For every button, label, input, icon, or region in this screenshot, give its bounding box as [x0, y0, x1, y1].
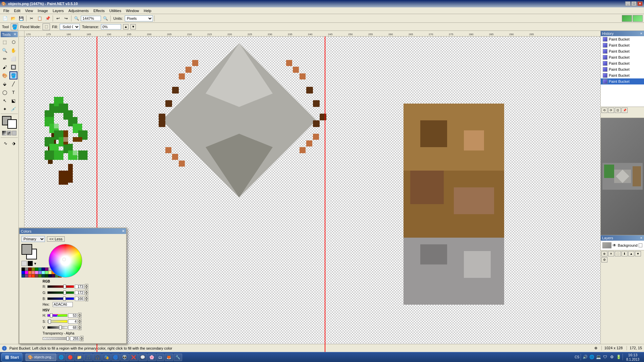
- colors-panel-header[interactable]: Colors ✕: [19, 228, 126, 234]
- tray-icon-5[interactable]: ⚙: [609, 354, 614, 360]
- b-down[interactable]: ▼: [85, 299, 88, 301]
- taskbar-discord[interactable]: 💬: [139, 354, 147, 361]
- history-item[interactable]: Paint Bucket: [601, 36, 644, 42]
- taskbar-flower[interactable]: 🌸: [148, 354, 156, 361]
- menu-adjustments[interactable]: Adjustments: [66, 8, 91, 13]
- tool-eraser[interactable]: ⬜: [9, 55, 17, 63]
- colors-close-icon[interactable]: ✕: [122, 229, 125, 233]
- b-up[interactable]: ▲: [85, 296, 88, 299]
- transparency-value[interactable]: [70, 337, 79, 341]
- h-slider[interactable]: [47, 314, 67, 317]
- copy-button[interactable]: 📋: [36, 15, 43, 22]
- v-value[interactable]: [68, 325, 77, 330]
- taskbar-filemanager[interactable]: 🗂: [157, 354, 164, 361]
- palette-color-swatch[interactable]: [25, 271, 28, 274]
- tool-paint-bucket[interactable]: 🪣: [9, 71, 17, 79]
- taskbar-headphones[interactable]: 🎭: [102, 354, 111, 361]
- color-primary-select[interactable]: Primary Secondary: [21, 236, 45, 242]
- close-button[interactable]: ✕: [637, 1, 643, 6]
- history-close[interactable]: ✕: [640, 32, 643, 35]
- tolerance-down[interactable]: ▼: [130, 24, 136, 29]
- r-value[interactable]: [75, 285, 84, 289]
- primary-swatch[interactable]: [21, 244, 32, 255]
- history-item[interactable]: Paint Bucket: [601, 48, 644, 54]
- history-clear-btn[interactable]: ⊡: [615, 108, 621, 113]
- duplicate-layer-btn[interactable]: ⬚: [615, 251, 621, 256]
- taskbar-media[interactable]: 🎵: [84, 354, 93, 361]
- tool-gradient[interactable]: ⬙: [1, 80, 9, 88]
- palette-color-swatch[interactable]: [35, 271, 38, 274]
- secondary-color-swatch[interactable]: [7, 119, 17, 129]
- tool-pan[interactable]: ✋: [9, 46, 17, 54]
- tray-icon-6[interactable]: 🔋: [616, 354, 621, 360]
- tool-rectangle-select[interactable]: ⬚: [1, 38, 9, 46]
- history-item[interactable]: Paint Bucket: [601, 42, 644, 48]
- zoom-out-button[interactable]: 🔍: [73, 15, 80, 22]
- tolerance-input[interactable]: 0%: [101, 24, 121, 29]
- less-button[interactable]: << Less: [47, 236, 65, 242]
- undo-button[interactable]: ↩: [54, 15, 62, 22]
- new-button[interactable]: 📄: [1, 15, 9, 22]
- history-item[interactable]: Paint Bucket: [601, 54, 644, 60]
- h-up[interactable]: ▲: [78, 313, 82, 315]
- maximize-button[interactable]: □: [631, 1, 637, 6]
- add-layer-btn[interactable]: ⊕: [601, 251, 607, 256]
- s-down[interactable]: ▼: [78, 321, 82, 324]
- tolerance-up[interactable]: ▲: [123, 24, 128, 29]
- palette-color-swatch[interactable]: [21, 271, 25, 274]
- tool-clone-stamp[interactable]: 🔲: [9, 63, 17, 71]
- tool-extra-1[interactable]: ∿: [1, 139, 9, 147]
- tray-icon-2[interactable]: 🌐: [589, 354, 594, 360]
- history-undo-btn[interactable]: ⟲: [601, 108, 607, 113]
- taskbar-foobar[interactable]: 🎧: [93, 354, 102, 361]
- tool-magic-wand[interactable]: ✦: [1, 105, 9, 113]
- tool-lasso-select[interactable]: ⬡: [9, 38, 17, 46]
- palette-color-swatch[interactable]: [28, 267, 32, 271]
- tray-icon-1[interactable]: 🔊: [582, 354, 588, 360]
- flood-mode-toggle[interactable]: ⬚: [43, 23, 50, 30]
- t-up[interactable]: ▲: [80, 336, 84, 339]
- palette-color-swatch[interactable]: [28, 274, 32, 278]
- taskbar-explorer[interactable]: 📁: [75, 354, 84, 361]
- tool-text[interactable]: T: [9, 88, 17, 96]
- palette-color-swatch[interactable]: [32, 274, 35, 278]
- menu-effects[interactable]: Effects: [92, 8, 107, 13]
- menu-help[interactable]: Help: [142, 8, 154, 13]
- history-item[interactable]: Paint Bucket: [601, 60, 644, 66]
- palette-color-swatch[interactable]: [25, 267, 28, 271]
- paste-button[interactable]: 📌: [44, 15, 51, 22]
- tool-move-selection[interactable]: ↖: [1, 97, 9, 105]
- palette-color-swatch[interactable]: [28, 271, 32, 274]
- taskbar-app1[interactable]: 🌀: [111, 354, 120, 361]
- menu-image[interactable]: Image: [36, 8, 50, 13]
- history-pin-btn[interactable]: 📌: [622, 108, 628, 113]
- menu-utilities[interactable]: Utilities: [107, 8, 123, 13]
- menu-view[interactable]: View: [23, 8, 35, 13]
- layers-close[interactable]: ✕: [640, 236, 643, 240]
- history-list[interactable]: Paint Bucket Paint Bucket Paint Bucket P…: [601, 36, 644, 107]
- zoom-in-button[interactable]: 🔍: [102, 15, 109, 22]
- r-down[interactable]: ▼: [85, 287, 88, 289]
- g-down[interactable]: ▼: [85, 293, 88, 295]
- tool-move-pixels[interactable]: ⬕: [9, 97, 17, 105]
- tool-recolor[interactable]: 🎨: [1, 71, 9, 79]
- b-slider[interactable]: [47, 297, 74, 300]
- layer-lock[interactable]: [639, 243, 642, 247]
- zoom-input[interactable]: 1447%: [81, 16, 101, 21]
- s-slider[interactable]: [47, 320, 67, 323]
- open-button[interactable]: 📂: [9, 15, 17, 22]
- fill-select[interactable]: Solid Color Linear Gradient: [60, 24, 80, 30]
- taskbar-paintnet[interactable]: 🎨 objects.png...: [25, 354, 56, 361]
- taskbar-browser[interactable]: 🌐: [57, 354, 65, 361]
- transparency-slider[interactable]: [43, 337, 69, 340]
- units-select[interactable]: Pixels Inches Centimeters: [125, 15, 153, 21]
- taskbar-x[interactable]: ❌: [129, 354, 138, 361]
- taskbar-app2[interactable]: 👽: [120, 354, 129, 361]
- s-up[interactable]: ▲: [78, 319, 82, 321]
- v-down[interactable]: ▼: [78, 327, 82, 330]
- taskbar-opera[interactable]: 🔴: [66, 354, 74, 361]
- g-up[interactable]: ▲: [85, 290, 88, 293]
- taskbar-fox[interactable]: 🦊: [165, 354, 173, 361]
- tray-icon-3[interactable]: 💻: [596, 354, 601, 360]
- palette-color-swatch[interactable]: [35, 267, 38, 271]
